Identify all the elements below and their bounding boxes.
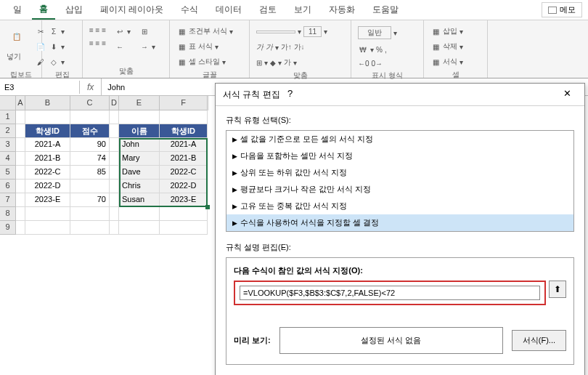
cell-a3[interactable]	[16, 138, 25, 152]
tab-review[interactable]: 검토	[252, 1, 284, 19]
cell-c2[interactable]: 점수	[70, 124, 110, 138]
indent-dec[interactable]: ←	[113, 40, 133, 53]
col-header-f[interactable]: F	[160, 96, 208, 110]
cond-format-btn[interactable]: ▦조건부 서식▾	[174, 25, 235, 38]
cell-a5[interactable]	[16, 166, 25, 180]
row-header-3[interactable]: 3	[0, 138, 16, 152]
cell-b2[interactable]: 학생ID	[25, 124, 70, 138]
sum-button[interactable]: Σ▾	[46, 25, 67, 38]
cell-d4[interactable]	[110, 152, 119, 166]
cell-e3[interactable]: John	[119, 138, 160, 152]
format-cell-btn[interactable]: ▦서식▾	[428, 55, 465, 68]
cell-d9[interactable]	[110, 221, 119, 235]
cell-a8[interactable]	[16, 207, 25, 221]
cell-c6[interactable]	[70, 180, 110, 193]
cell-b7[interactable]: 2023-E	[25, 193, 70, 207]
cell-f4[interactable]: 2021-B	[160, 152, 208, 166]
row-header-5[interactable]: 5	[0, 166, 16, 180]
select-all-corner[interactable]	[0, 96, 16, 110]
row-header-7[interactable]: 7	[0, 193, 16, 207]
decimal-btn[interactable]: ←0 0→	[356, 58, 399, 69]
cell-a9[interactable]	[16, 221, 25, 235]
rule-type-item-2[interactable]: ▶상위 또는 하위 값만 서식 지정	[226, 164, 573, 181]
col-header-e[interactable]: E	[119, 96, 160, 110]
cell-e9[interactable]	[119, 221, 160, 235]
cell-c4[interactable]: 74	[70, 152, 110, 166]
row-header-8[interactable]: 8	[0, 207, 16, 221]
cell-f8[interactable]	[160, 207, 208, 221]
rule-type-item-5[interactable]: ▶수식을 사용하여 서식을 지정할 셀 결정	[226, 214, 573, 231]
cell-e6[interactable]: Chris	[119, 180, 160, 193]
row-header-6[interactable]: 6	[0, 180, 16, 193]
cell-d2[interactable]	[110, 124, 119, 138]
indent-inc[interactable]: →▾	[137, 40, 158, 53]
cell-c7[interactable]: 70	[70, 193, 110, 207]
row-header-2[interactable]: 2	[0, 124, 16, 138]
tab-page-layout[interactable]: 페이지 레이아웃	[93, 1, 171, 19]
name-box[interactable]: E3	[0, 81, 80, 94]
fx-button[interactable]: fx	[80, 78, 102, 95]
cell-e8[interactable]	[119, 207, 160, 221]
tab-home[interactable]: 홈	[32, 0, 55, 20]
rule-type-item-0[interactable]: ▶셀 값을 기준으로 모든 셀의 서식 지정	[226, 131, 573, 148]
clear-button[interactable]: ◇▾	[46, 55, 67, 68]
cell-e5[interactable]: Dave	[119, 166, 160, 180]
font-buttons[interactable]: 가 가 ▾ 가↑ 가↓	[254, 41, 330, 54]
cell-c3[interactable]: 90	[70, 138, 110, 152]
cell-c9[interactable]	[70, 221, 110, 235]
cell-e7[interactable]: Susan	[119, 193, 160, 207]
cell-c5[interactable]: 85	[70, 166, 110, 180]
cell-d5[interactable]	[110, 166, 119, 180]
rule-formula-input[interactable]	[240, 286, 540, 300]
currency-btn[interactable]: ₩▾ % ,	[356, 43, 399, 56]
rule-type-item-4[interactable]: ▶고유 또는 중복 값만 서식 지정	[226, 198, 573, 214]
cell-b6[interactable]: 2022-D	[25, 180, 70, 193]
col-header-a[interactable]: A	[16, 96, 25, 110]
fill-button[interactable]: ⬇▾	[46, 40, 67, 53]
col-header-c[interactable]: C	[70, 96, 110, 110]
align-left[interactable]: ≡ ≡ ≡	[87, 38, 108, 49]
rule-type-item-1[interactable]: ▶다음을 포함하는 셀만 서식 지정	[226, 148, 573, 164]
tab-formulas[interactable]: 수식	[173, 1, 205, 19]
cell-f7[interactable]: 2023-E	[160, 193, 208, 207]
align-top[interactable]: ≡ ≡ ≡	[87, 25, 108, 36]
cell-b8[interactable]	[25, 207, 70, 221]
cell-f5[interactable]: 2022-C	[160, 166, 208, 180]
tab-help[interactable]: 도움말	[365, 1, 406, 19]
delete-cell-btn[interactable]: ▦삭제▾	[428, 40, 465, 53]
font-family[interactable]: ▾ 11▾	[254, 25, 330, 39]
cell-f2[interactable]: 학생ID	[160, 124, 208, 138]
cell-f1[interactable]	[160, 110, 208, 124]
cell-a6[interactable]	[16, 180, 25, 193]
cell-f9[interactable]	[160, 221, 208, 235]
merge[interactable]: ⊞	[137, 25, 158, 38]
number-format[interactable]: 일반▾	[356, 25, 399, 41]
wrap-text[interactable]: ↩▾	[113, 25, 133, 38]
cell-e4[interactable]: Mary	[119, 152, 160, 166]
format-button[interactable]: 서식(F)...	[512, 330, 566, 351]
paste-button[interactable]: 📋	[4, 25, 29, 48]
cell-b1[interactable]	[25, 110, 70, 124]
cell-a4[interactable]	[16, 152, 25, 166]
cell-e1[interactable]	[119, 110, 160, 124]
cell-f3[interactable]: 2021-A	[160, 138, 208, 152]
cell-b9[interactable]	[25, 221, 70, 235]
range-select-button[interactable]: ⬆	[549, 281, 566, 298]
row-header-9[interactable]: 9	[0, 221, 16, 235]
cell-d1[interactable]	[110, 110, 119, 124]
tab-automate[interactable]: 자동화	[322, 1, 362, 19]
col-header-b[interactable]: B	[25, 96, 70, 110]
cell-c8[interactable]	[70, 207, 110, 221]
cell-f6[interactable]: 2022-D	[160, 180, 208, 193]
cell-d7[interactable]	[110, 193, 119, 207]
dialog-close-button[interactable]: ✕	[557, 88, 577, 101]
table-format-btn[interactable]: ▦표 서식▾	[174, 40, 235, 53]
cell-a7[interactable]	[16, 193, 25, 207]
cell-b4[interactable]: 2021-B	[25, 152, 70, 166]
col-header-d[interactable]: D	[110, 96, 119, 110]
cell-e2[interactable]: 이름	[119, 124, 160, 138]
dialog-titlebar[interactable]: 서식 규칙 편집 ? ✕	[216, 84, 584, 106]
tab-data[interactable]: 데이터	[208, 1, 249, 19]
cell-a1[interactable]	[16, 110, 25, 124]
cell-b5[interactable]: 2022-C	[25, 166, 70, 180]
